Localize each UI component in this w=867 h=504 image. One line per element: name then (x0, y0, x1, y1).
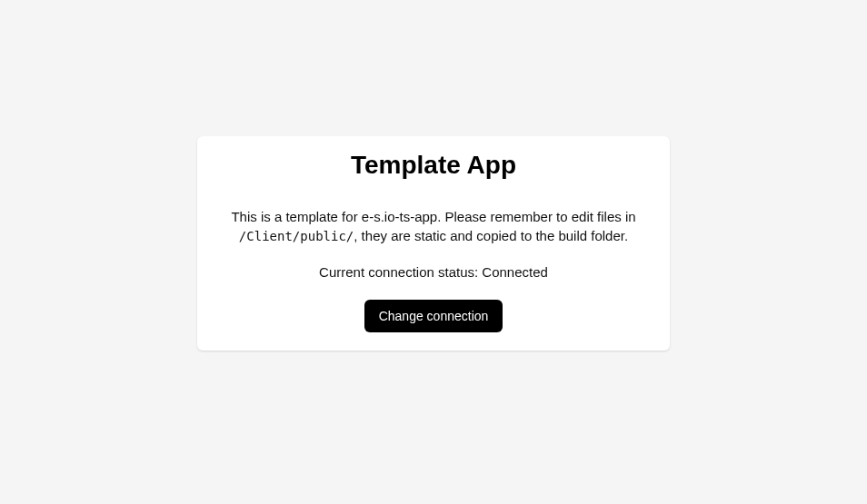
main-card: Template App This is a template for e-s.… (197, 136, 670, 351)
description-code-path: /Client/public/ (239, 229, 354, 243)
status-value: Connected (482, 264, 548, 280)
description-post: , they are static and copied to the buil… (354, 228, 628, 243)
change-connection-button[interactable]: Change connection (364, 300, 503, 332)
description-pre: This is a template for e-s.io-ts-app. Pl… (231, 209, 635, 224)
status-label: Current connection status: (319, 264, 482, 280)
connection-status: Current connection status: Connected (215, 264, 652, 280)
page-title: Template App (215, 151, 652, 180)
description-text: This is a template for e-s.io-ts-app. Pl… (215, 207, 652, 246)
